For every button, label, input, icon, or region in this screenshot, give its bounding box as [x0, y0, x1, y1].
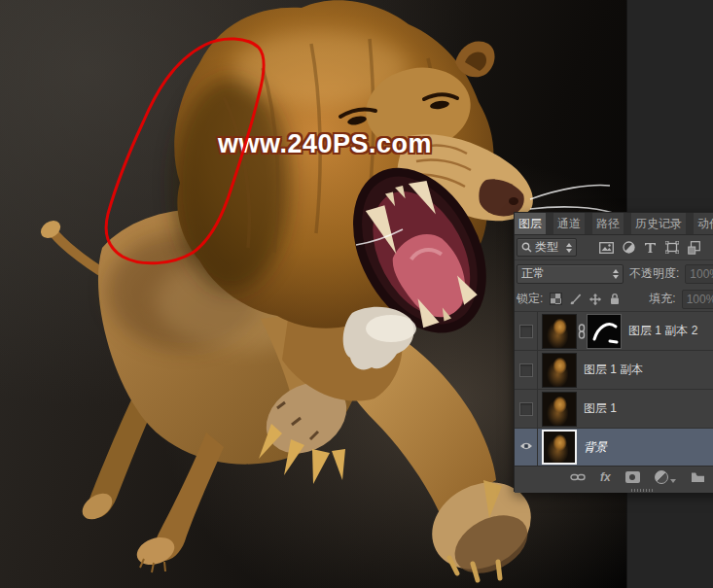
layer-list: 图层 1 副本 2 图层 1 副本 图层 1: [515, 312, 713, 466]
photoshop-workspace: www.240PS.com 图层 通道 路径 历史记录 动作 类型: [0, 0, 713, 588]
layers-panel: 图层 通道 路径 历史记录 动作 类型: [514, 212, 713, 492]
layer-name: 图层 1 副本: [584, 362, 643, 378]
layer-thumbnail[interactable]: [542, 392, 577, 427]
new-group-folder-icon[interactable]: [691, 471, 705, 483]
lock-buttons: [550, 293, 621, 306]
layer-name: 背景: [584, 439, 607, 456]
tab-layers[interactable]: 图层: [515, 213, 546, 234]
panel-resize-strip[interactable]: [515, 488, 713, 493]
layer-row-copy1[interactable]: 图层 1 副本: [515, 351, 713, 390]
fill-value-field[interactable]: 100%: [682, 290, 713, 309]
add-mask-icon[interactable]: [625, 471, 640, 483]
visibility-off-checkbox: [519, 363, 533, 377]
mask-link-icon[interactable]: [577, 324, 587, 339]
blend-mode-value: 正常: [521, 265, 610, 282]
layer-thumbnail[interactable]: [542, 430, 577, 465]
visibility-off-checkbox: [519, 325, 533, 338]
lock-pixels-brush-icon[interactable]: [569, 293, 582, 305]
visibility-toggle[interactable]: [515, 351, 538, 389]
visibility-toggle[interactable]: [515, 390, 538, 428]
tab-actions[interactable]: 动作: [694, 213, 713, 234]
smart-object-filter-icon[interactable]: [688, 241, 700, 255]
visibility-off-checkbox: [519, 402, 533, 416]
resize-grip-icon[interactable]: [631, 489, 653, 492]
tab-channels[interactable]: 通道: [553, 213, 585, 234]
opacity-value-field[interactable]: 100%: [685, 264, 713, 284]
layer-thumbnail[interactable]: [542, 353, 577, 388]
layer-name: 图层 1: [584, 400, 617, 417]
filter-kind-label: 类型: [535, 239, 563, 256]
adjustment-layer-icon[interactable]: [655, 470, 676, 484]
opacity-label: 不透明度:: [629, 265, 679, 282]
lock-all-icon[interactable]: [609, 293, 621, 305]
tab-history[interactable]: 历史记录: [631, 213, 686, 234]
lock-position-icon[interactable]: [588, 293, 602, 306]
blend-mode-row: 正常 不透明度: 100%: [515, 260, 713, 287]
layer-thumbnail[interactable]: [542, 314, 577, 349]
blend-mode-select[interactable]: 正常: [517, 264, 624, 284]
stepper-arrows-icon: [613, 269, 619, 279]
fill-label: 填充:: [649, 291, 675, 307]
eye-icon: [519, 440, 533, 454]
layer-filter-row: 类型: [515, 235, 713, 260]
layer-row-copy2[interactable]: 图层 1 副本 2: [515, 312, 713, 351]
lock-row: 锁定: 填充: 100%: [515, 287, 713, 312]
lock-transparency-icon[interactable]: [550, 293, 562, 305]
visibility-toggle[interactable]: [515, 429, 538, 466]
tab-paths[interactable]: 路径: [592, 213, 624, 234]
pixel-filter-icon[interactable]: [599, 242, 614, 254]
visibility-toggle[interactable]: [515, 312, 538, 350]
lock-label: 锁定:: [517, 291, 543, 307]
panel-tabbar: 图层 通道 路径 历史记录 动作: [515, 213, 713, 235]
layer-row-background[interactable]: 背景: [515, 429, 713, 466]
layer-name: 图层 1 副本 2: [628, 323, 697, 339]
layer-mask-thumbnail[interactable]: [587, 314, 622, 349]
panel-bottom-bar: fx: [515, 466, 713, 488]
type-filter-icon[interactable]: [644, 242, 657, 254]
shape-filter-icon[interactable]: [665, 241, 679, 254]
filter-type-buttons: [599, 241, 700, 255]
layer-style-fx-icon[interactable]: fx: [600, 470, 611, 484]
adjustment-filter-icon[interactable]: [623, 241, 635, 254]
layer-row-layer1[interactable]: 图层 1: [515, 390, 713, 429]
filter-kind-select[interactable]: 类型: [517, 238, 577, 257]
search-icon: [521, 242, 532, 253]
stepper-arrows-icon: [566, 243, 572, 253]
link-layers-icon[interactable]: [570, 473, 586, 481]
